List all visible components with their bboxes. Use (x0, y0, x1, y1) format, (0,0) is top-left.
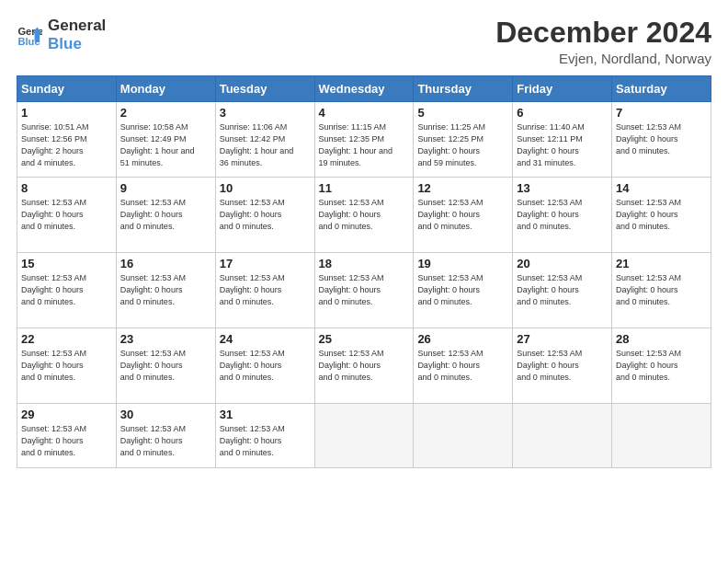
day-number: 17 (220, 257, 311, 270)
table-row: 22Sunset: 12:53 AMDaylight: 0 hoursand 0… (17, 328, 117, 404)
day-info: Sunset: 12:53 AMDaylight: 0 hoursand 0 m… (417, 197, 508, 233)
day-info: Sunrise: 10:51 AMSunset: 12:56 PMDayligh… (21, 121, 112, 169)
day-number: 13 (517, 181, 608, 195)
table-row: 30Sunset: 12:53 AMDaylight: 0 hoursand 0… (116, 404, 215, 468)
logo-icon: General Blue (17, 22, 42, 48)
day-info: Sunset: 12:53 AMDaylight: 0 hoursand 0 m… (517, 272, 608, 308)
day-number: 4 (319, 106, 410, 120)
header-saturday: Saturday (612, 76, 711, 102)
table-row: 8Sunset: 12:53 AMDaylight: 0 hoursand 0 … (17, 178, 117, 253)
day-info: Sunset: 12:53 AMDaylight: 0 hoursand 0 m… (220, 272, 311, 308)
day-info: Sunset: 12:53 AMDaylight: 0 hoursand 0 m… (220, 348, 311, 384)
day-info: Sunrise: 11:06 AMSunset: 12:42 PMDayligh… (220, 121, 311, 169)
table-row: 5Sunrise: 11:25 AMSunset: 12:25 PMDaylig… (414, 102, 513, 178)
day-number: 21 (616, 257, 707, 270)
day-info: Sunset: 12:53 AMDaylight: 0 hoursand 0 m… (417, 348, 508, 384)
table-row: 2Sunrise: 10:58 AMSunset: 12:49 PMDaylig… (116, 102, 215, 178)
day-info: Sunset: 12:53 AMDaylight: 0 hoursand 0 m… (616, 348, 707, 384)
day-number: 8 (21, 181, 112, 195)
table-row: 6Sunrise: 11:40 AMSunset: 12:11 PMDaylig… (513, 102, 612, 178)
table-row (612, 404, 711, 468)
table-row: 10Sunset: 12:53 AMDaylight: 0 hoursand 0… (215, 178, 314, 253)
table-row: 18Sunset: 12:53 AMDaylight: 0 hoursand 0… (314, 253, 414, 328)
day-number: 31 (220, 408, 311, 421)
day-number: 12 (417, 181, 508, 195)
calendar-page: General Blue General Blue December 2024 … (0, 0, 728, 563)
table-row: 31Sunset: 12:53 AMDaylight: 0 hoursand 0… (215, 404, 314, 468)
day-number: 20 (517, 257, 608, 270)
day-number: 18 (319, 257, 410, 270)
calendar-week-row: 1Sunrise: 10:51 AMSunset: 12:56 PMDaylig… (17, 102, 711, 178)
day-number: 29 (21, 408, 112, 421)
day-number: 23 (120, 332, 211, 346)
day-number: 30 (120, 408, 211, 421)
calendar-week-row: 8Sunset: 12:53 AMDaylight: 0 hoursand 0 … (17, 178, 711, 253)
logo-text-line1: General (48, 17, 106, 35)
weekday-header-row: Sunday Monday Tuesday Wednesday Thursday… (17, 76, 711, 102)
header-tuesday: Tuesday (215, 76, 314, 102)
day-info: Sunset: 12:53 AMDaylight: 0 hoursand 0 m… (21, 423, 112, 459)
header-monday: Monday (116, 76, 215, 102)
day-number: 1 (21, 106, 112, 120)
day-number: 2 (120, 106, 211, 120)
table-row: 1Sunrise: 10:51 AMSunset: 12:56 PMDaylig… (17, 102, 117, 178)
day-info: Sunset: 12:53 AMDaylight: 0 hoursand 0 m… (120, 197, 211, 233)
logo-text-line2: Blue (48, 35, 106, 53)
table-row: 23Sunset: 12:53 AMDaylight: 0 hoursand 0… (116, 328, 215, 404)
header-wednesday: Wednesday (314, 76, 414, 102)
day-number: 14 (616, 181, 707, 195)
table-row (414, 404, 513, 468)
day-info: Sunrise: 11:40 AMSunset: 12:11 PMDayligh… (517, 121, 608, 169)
day-number: 9 (120, 181, 211, 195)
day-number: 11 (319, 181, 410, 195)
header: General Blue General Blue December 2024 … (17, 17, 711, 66)
calendar-table: Sunday Monday Tuesday Wednesday Thursday… (17, 75, 711, 468)
day-number: 26 (417, 332, 508, 346)
table-row: 4Sunrise: 11:15 AMSunset: 12:35 PMDaylig… (314, 102, 414, 178)
calendar-week-row: 15Sunset: 12:53 AMDaylight: 0 hoursand 0… (17, 253, 711, 328)
table-row: 14Sunset: 12:53 AMDaylight: 0 hoursand 0… (612, 178, 711, 253)
table-row: 24Sunset: 12:53 AMDaylight: 0 hoursand 0… (215, 328, 314, 404)
day-info: Sunset: 12:53 AMDaylight: 0 hoursand 0 m… (616, 272, 707, 308)
table-row: 12Sunset: 12:53 AMDaylight: 0 hoursand 0… (414, 178, 513, 253)
day-info: Sunset: 12:53 AMDaylight: 0 hoursand 0 m… (220, 197, 311, 233)
day-info: Sunset: 12:53 AMDaylight: 0 hoursand 0 m… (220, 423, 311, 459)
title-block: December 2024 Evjen, Nordland, Norway (495, 17, 711, 66)
day-info: Sunset: 12:53 AMDaylight: 0 hoursand 0 m… (319, 272, 410, 308)
day-info: Sunset: 12:53 AMDaylight: 0 hoursand 0 m… (616, 121, 707, 157)
table-row: 27Sunset: 12:53 AMDaylight: 0 hoursand 0… (513, 328, 612, 404)
calendar-week-row: 29Sunset: 12:53 AMDaylight: 0 hoursand 0… (17, 404, 711, 468)
day-info: Sunset: 12:53 AMDaylight: 0 hoursand 0 m… (120, 272, 211, 308)
table-row: 25Sunset: 12:53 AMDaylight: 0 hoursand 0… (314, 328, 414, 404)
table-row: 15Sunset: 12:53 AMDaylight: 0 hoursand 0… (17, 253, 117, 328)
location-title: Evjen, Nordland, Norway (495, 51, 711, 66)
day-info: Sunset: 12:53 AMDaylight: 0 hoursand 0 m… (21, 272, 112, 308)
day-number: 19 (417, 257, 508, 270)
table-row: 20Sunset: 12:53 AMDaylight: 0 hoursand 0… (513, 253, 612, 328)
day-number: 6 (517, 106, 608, 120)
day-info: Sunset: 12:53 AMDaylight: 0 hoursand 0 m… (517, 348, 608, 384)
day-number: 25 (319, 332, 410, 346)
day-info: Sunrise: 10:58 AMSunset: 12:49 PMDayligh… (120, 121, 211, 169)
day-info: Sunrise: 11:25 AMSunset: 12:25 PMDayligh… (417, 121, 508, 169)
day-info: Sunset: 12:53 AMDaylight: 0 hoursand 0 m… (417, 272, 508, 308)
day-number: 15 (21, 257, 112, 270)
table-row: 13Sunset: 12:53 AMDaylight: 0 hoursand 0… (513, 178, 612, 253)
day-info: Sunset: 12:53 AMDaylight: 0 hoursand 0 m… (319, 348, 410, 384)
day-info: Sunset: 12:53 AMDaylight: 0 hoursand 0 m… (120, 348, 211, 384)
table-row: 16Sunset: 12:53 AMDaylight: 0 hoursand 0… (116, 253, 215, 328)
day-info: Sunrise: 11:15 AMSunset: 12:35 PMDayligh… (319, 121, 410, 169)
day-info: Sunset: 12:53 AMDaylight: 0 hoursand 0 m… (21, 197, 112, 233)
day-number: 5 (417, 106, 508, 120)
day-number: 10 (220, 181, 311, 195)
header-friday: Friday (513, 76, 612, 102)
day-info: Sunset: 12:53 AMDaylight: 0 hoursand 0 m… (517, 197, 608, 233)
header-sunday: Sunday (17, 76, 117, 102)
table-row: 29Sunset: 12:53 AMDaylight: 0 hoursand 0… (17, 404, 117, 468)
day-number: 22 (21, 332, 112, 346)
day-number: 3 (220, 106, 311, 120)
day-number: 24 (220, 332, 311, 346)
day-info: Sunset: 12:53 AMDaylight: 0 hoursand 0 m… (120, 423, 211, 459)
table-row: 21Sunset: 12:53 AMDaylight: 0 hoursand 0… (612, 253, 711, 328)
table-row: 7Sunset: 12:53 AMDaylight: 0 hoursand 0 … (612, 102, 711, 178)
